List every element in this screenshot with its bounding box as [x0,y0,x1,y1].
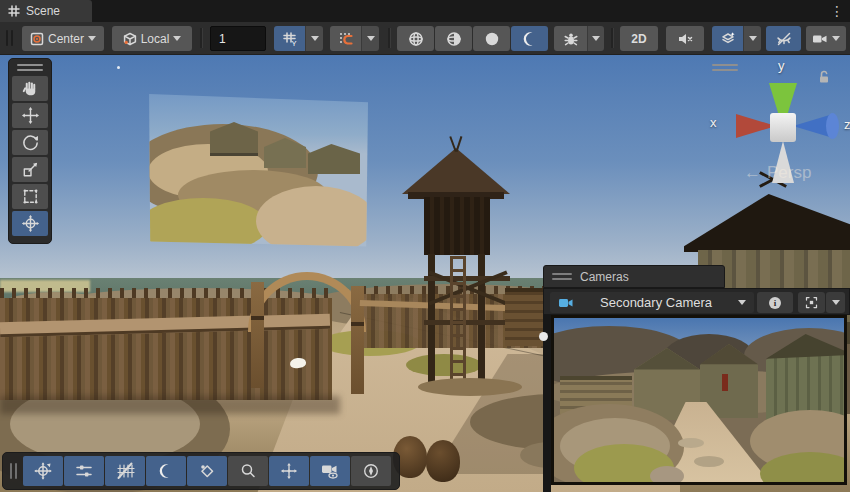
plane-house-3 [308,144,360,174]
audio-toggle[interactable] [666,26,704,51]
overlay-btn-move[interactable] [269,456,309,486]
pivot-mode-label: Center [48,32,84,46]
tool-scale[interactable] [12,157,48,182]
tools-overlay-handle[interactable] [17,64,43,71]
grid-axis-toggle[interactable]: Y [274,26,305,51]
tool-move[interactable] [12,103,48,128]
cameras-panel-handle[interactable] [552,273,572,280]
camera-preview [551,315,847,485]
cameras-panel-rail[interactable] [543,315,551,492]
preview-boulder [650,466,684,485]
orientation-label: Local [141,32,170,46]
tab-bar: Scene ⋮ [0,0,850,22]
compass-icon [362,462,380,480]
shading-unlit-toggle[interactable] [473,26,510,51]
grip-bar [712,64,738,66]
snap-toggle[interactable] [330,26,361,51]
shading-wireframe-toggle[interactable] [397,26,434,51]
chevron-down-icon [749,36,757,41]
effects-layers-icon [720,31,736,47]
tool-rotate[interactable] [12,130,48,155]
camera-panel-dropdown[interactable] [826,292,845,313]
cameras-panel-header[interactable]: Cameras [543,265,725,288]
grip-bar [6,30,8,46]
visibility-toggle[interactable] [766,26,801,51]
cameras-panel-rail-dot[interactable] [539,332,548,341]
transform-tool-icon [33,461,53,481]
debug-toggle[interactable] [554,26,587,51]
overlay-btn-grid-visual[interactable] [105,456,145,486]
grip-bar [552,273,572,275]
grid-tab-icon [8,5,20,17]
scene-sky-speck [117,66,120,69]
snap-increment-icon [338,31,354,47]
camera-info-button[interactable]: i [757,292,793,313]
gizmo-overlay-handle[interactable] [712,64,738,71]
diamond-gizmos-icon [197,461,217,481]
grid-slash-icon [115,462,135,480]
tower-cabin [424,197,490,255]
tools-overlay [8,58,52,244]
grid-axis-dropdown[interactable] [305,26,323,51]
move-tool-icon [21,106,40,125]
shading-shaded-wire-toggle[interactable] [435,26,472,51]
orientation-dropdown[interactable]: Local [112,26,192,51]
chevron-down-icon [738,300,746,305]
overlay-btn-cameras[interactable] [310,456,350,486]
effects-toggle[interactable] [712,26,743,51]
overlay-btn-navigation[interactable] [351,456,391,486]
overlay-btn-view-options[interactable] [64,456,104,486]
camera-frame-button[interactable] [798,292,825,313]
tool-pan[interactable] [12,76,48,101]
camera-select-dropdown[interactable]: Secondary Camera [550,292,754,313]
preview-stone-2 [694,456,724,467]
camera-eye-icon [320,462,340,480]
rotate-tool-icon [21,133,40,152]
bottom-toolbar-handle[interactable] [10,463,17,479]
camera-select-value: Secondary Camera [584,295,728,310]
tab-scene[interactable]: Scene [0,0,92,22]
debug-dropdown[interactable] [587,26,604,51]
tool-rect[interactable] [12,184,48,209]
lock-open-icon[interactable] [817,69,832,85]
camera-settings-dropdown[interactable] [806,26,846,51]
gizmo-center-cube[interactable] [770,113,796,142]
projection-label: Persp [767,163,811,183]
projection-arrow: ← [744,163,761,183]
info-icon: i [769,297,781,309]
tower-base [418,378,522,396]
rect-tool-icon [21,187,40,206]
preview-stone-1 [678,438,704,448]
grid-y-icon: Y [282,31,298,47]
snap-increment-field[interactable] [210,26,266,51]
gizmo-axis-x-label: x [710,115,717,130]
tab-scene-label: Scene [26,4,60,18]
toolbar-drag-handle[interactable] [6,30,13,46]
overlay-btn-tools[interactable] [23,456,63,486]
overlay-btn-search[interactable] [228,456,268,486]
chevron-down-icon [173,36,181,41]
snap-dropdown[interactable] [361,26,379,51]
overlay-btn-lighting[interactable] [146,456,186,486]
effects-dropdown[interactable] [743,26,761,51]
overlay-btn-gizmos[interactable] [187,456,227,486]
2d-toggle[interactable]: 2D [620,26,658,51]
toolbar-separator [611,28,614,48]
grip-bar [712,69,738,71]
lighting-toggle[interactable] [511,26,548,51]
gizmo-axis-z-label: z [844,117,850,132]
gizmo-projection-toggle[interactable]: ← Persp [744,163,811,183]
scene-grass-2 [406,354,482,376]
grip-bar [552,278,572,280]
tool-transform[interactable] [12,211,48,236]
camera-video-icon [558,296,574,310]
pivot-mode-dropdown[interactable]: Center [22,26,104,51]
grip-bar [17,69,43,71]
chevron-down-icon [592,36,600,41]
scene-fence-shadow [0,396,340,414]
more-menu-icon[interactable]: ⋮ [830,1,844,21]
grip-bar [15,463,17,479]
gizmo-overlay: y x z ← Persp [700,55,850,195]
debug-bug-icon [563,31,579,47]
scene-toolbar: Center Local Y [0,22,850,55]
